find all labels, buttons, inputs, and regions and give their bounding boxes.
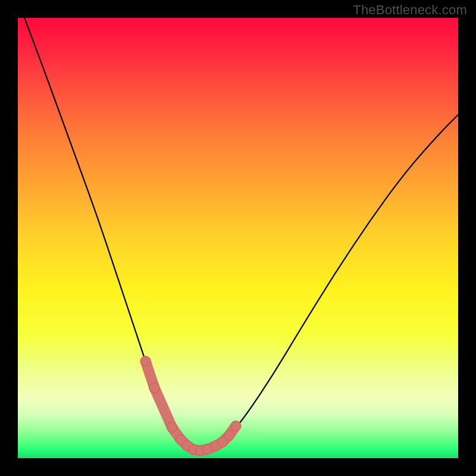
valley-bead: [149, 383, 159, 393]
outer-frame: TheBottleneck.com: [0, 0, 476, 476]
curve-path: [18, 18, 458, 451]
bottleneck-curve: [18, 18, 458, 458]
valley-bead: [231, 421, 241, 431]
plot-area: [18, 18, 458, 458]
valley-bead: [140, 356, 151, 367]
valley-bead: [167, 422, 177, 433]
watermark-text: TheBottleneck.com: [353, 2, 467, 18]
valley-bead: [224, 430, 234, 440]
valley-segments: [140, 356, 241, 456]
valley-segment: [154, 388, 172, 428]
